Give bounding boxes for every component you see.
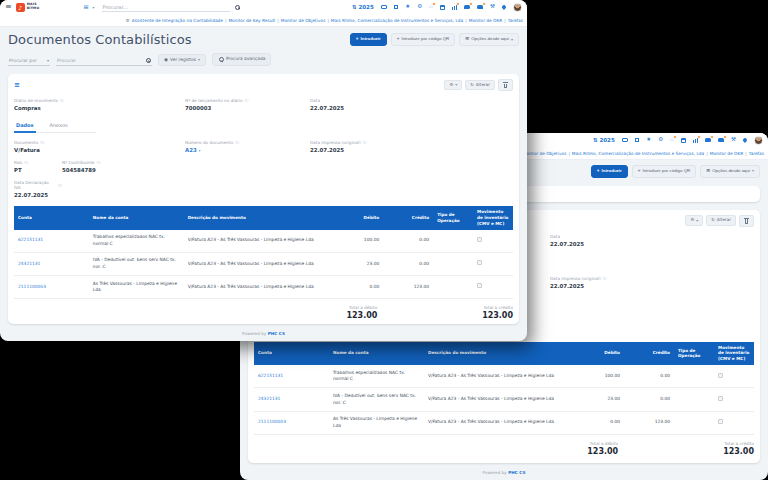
phc-brand-link[interactable]: PHC CS xyxy=(268,331,285,336)
notification-badge xyxy=(723,135,727,139)
phc-brand-link[interactable]: PHC CS xyxy=(508,470,525,475)
quicklink[interactable]: Mais Ritmo, Comercialização de Instrumen… xyxy=(325,18,463,23)
quicklink[interactable]: Monitor de OKR xyxy=(704,151,743,156)
window-icon[interactable] xyxy=(394,5,399,10)
col-nome: Nome da conta xyxy=(89,206,184,230)
account-link[interactable]: 2111100003 xyxy=(254,411,329,434)
notification-badge xyxy=(673,135,677,139)
inventory-checkbox[interactable] xyxy=(718,419,723,424)
alter-button[interactable]: ↻ Alterar xyxy=(465,80,495,90)
info-icon[interactable]: ⓘ xyxy=(60,98,64,103)
search-icon[interactable] xyxy=(234,4,240,10)
card-settings-button[interactable]: ⚙▾ xyxy=(685,215,703,225)
printed-date-value: 22.07.2025 xyxy=(310,147,513,153)
view-records-button[interactable]: ◉Ver registos▾ xyxy=(158,54,206,66)
logo-text-bottom: RITMO xyxy=(27,7,40,11)
delete-button[interactable] xyxy=(498,79,513,91)
card-settings-button[interactable]: ⚙▾ xyxy=(444,80,462,90)
gear-icon[interactable]: ⚙ xyxy=(658,137,663,143)
col-mov-inventario: Movimento de inventário (CMV e MC) xyxy=(714,342,754,366)
star-icon[interactable]: ★ xyxy=(646,137,651,143)
chat-icon[interactable] xyxy=(464,5,470,9)
monitor-icon[interactable] xyxy=(622,138,628,143)
info-icon[interactable]: ⓘ xyxy=(363,140,367,145)
quicklink[interactable]: Tarefas xyxy=(502,18,523,23)
info-icon[interactable]: ⓘ xyxy=(96,160,100,165)
inventory-checkbox[interactable] xyxy=(477,283,482,288)
info-icon[interactable]: ⓘ xyxy=(235,140,239,145)
options-button[interactable]: ⊞Opções desde aqui▾ xyxy=(700,165,760,178)
chat-icon[interactable] xyxy=(705,138,711,142)
account-link[interactable]: 622151131 xyxy=(14,230,89,253)
trash-icon xyxy=(744,218,749,224)
chart-icon[interactable] xyxy=(693,138,698,143)
info-icon[interactable]: ⓘ xyxy=(244,98,248,103)
introduce-button[interactable]: +Introduzir xyxy=(350,33,387,46)
account-link[interactable]: 24321131 xyxy=(14,252,89,275)
chart-icon[interactable] xyxy=(452,5,457,10)
inventory-checkbox[interactable] xyxy=(477,237,482,242)
delete-button[interactable] xyxy=(739,215,754,227)
quicklink[interactable]: Assistente de Integração na Contabilidad… xyxy=(132,18,223,23)
pin-icon[interactable] xyxy=(743,138,747,142)
app-logo[interactable]: ♪ MAIS RITMO xyxy=(16,3,40,12)
printed-date-value: 22.07.2025 xyxy=(550,283,754,289)
gear-icon[interactable]: ⚙ xyxy=(417,4,422,10)
info-icon[interactable]: ⓘ xyxy=(24,160,28,165)
introduce-qr-button[interactable]: +Introduzir por código QR xyxy=(632,165,697,178)
powered-by: Powered by PHC CS xyxy=(8,331,519,336)
apps-grid-icon[interactable]: ⊞ xyxy=(83,4,88,10)
wrench-icon[interactable]: ⚒ xyxy=(731,137,736,143)
total-credit-value: 123.00 xyxy=(482,311,513,320)
inventory-checkbox[interactable] xyxy=(718,396,723,401)
info-icon[interactable]: ⓘ xyxy=(58,183,62,188)
table-row: 2111100003 As Três Vassouras - Limpeza e… xyxy=(254,411,754,434)
avatar[interactable] xyxy=(754,136,763,145)
options-button[interactable]: ⊞Opções desde aqui▾ xyxy=(459,33,519,46)
col-descricao: Descrição do movimento xyxy=(184,206,329,230)
quicklink[interactable]: Monitor de Objetivos xyxy=(275,18,325,23)
record-search-input[interactable] xyxy=(57,58,137,63)
share-icon[interactable]: ∴ xyxy=(670,137,674,143)
quicklink[interactable]: Tarefas xyxy=(743,151,764,156)
forum-icon[interactable] xyxy=(477,5,483,9)
fiscal-year-selector[interactable]: ⇅ 2025 xyxy=(593,137,615,143)
quicklink[interactable]: Monitor de OKR xyxy=(463,18,502,23)
tab-anexos[interactable]: Anexos xyxy=(48,120,70,132)
page-title: Documentos Contabilísticos xyxy=(8,32,192,47)
tab-dados[interactable]: Dados xyxy=(14,120,36,133)
pin-icon[interactable] xyxy=(502,5,506,9)
forum-icon[interactable] xyxy=(718,138,724,142)
menu-icon[interactable]: ≡ xyxy=(5,3,12,11)
advanced-search-button[interactable]: Procura avançada xyxy=(212,53,271,66)
inventory-checkbox[interactable] xyxy=(718,373,723,378)
introduce-button[interactable]: +Introduzir xyxy=(591,165,628,178)
total-credit-label: Total a crédito xyxy=(723,441,754,446)
avatar[interactable] xyxy=(513,3,522,12)
card-menu-icon[interactable]: ≡ xyxy=(14,82,20,89)
notification-badge xyxy=(456,2,460,6)
wrench-icon[interactable]: ⚒ xyxy=(490,4,495,10)
calendar-icon[interactable] xyxy=(681,138,686,143)
window-icon[interactable] xyxy=(635,138,640,143)
share-icon[interactable]: ∴ xyxy=(429,4,433,10)
info-icon[interactable]: ⓘ xyxy=(40,140,44,145)
fiscal-year-selector[interactable]: ⇅ 2025 xyxy=(352,4,374,10)
quicklink[interactable]: Monitor de Key Result xyxy=(223,18,275,23)
account-link[interactable]: 622151131 xyxy=(254,365,329,388)
account-link[interactable]: 2111100003 xyxy=(14,276,89,299)
document-number-link[interactable]: A23 › xyxy=(185,147,310,153)
global-search-input[interactable] xyxy=(102,2,230,11)
account-link[interactable]: 24321131 xyxy=(254,388,329,411)
quicklink[interactable]: Mais Ritmo, Comercialização de Instrumen… xyxy=(566,151,704,156)
introduce-qr-button[interactable]: +Introduzir por código QR xyxy=(391,33,456,46)
info-icon[interactable]: ⓘ xyxy=(603,276,607,281)
search-icon[interactable] xyxy=(145,57,151,63)
table-row: 24321131 IVA - Dedutível out. bens serv … xyxy=(14,252,513,275)
inventory-checkbox[interactable] xyxy=(477,260,482,265)
calendar-icon[interactable] xyxy=(440,5,445,10)
monitor-icon[interactable] xyxy=(381,5,387,10)
alter-button[interactable]: ↻ Alterar xyxy=(706,215,736,225)
search-by-select[interactable]: Procurar por▾ xyxy=(8,56,50,66)
star-icon[interactable]: ★ xyxy=(405,4,410,10)
